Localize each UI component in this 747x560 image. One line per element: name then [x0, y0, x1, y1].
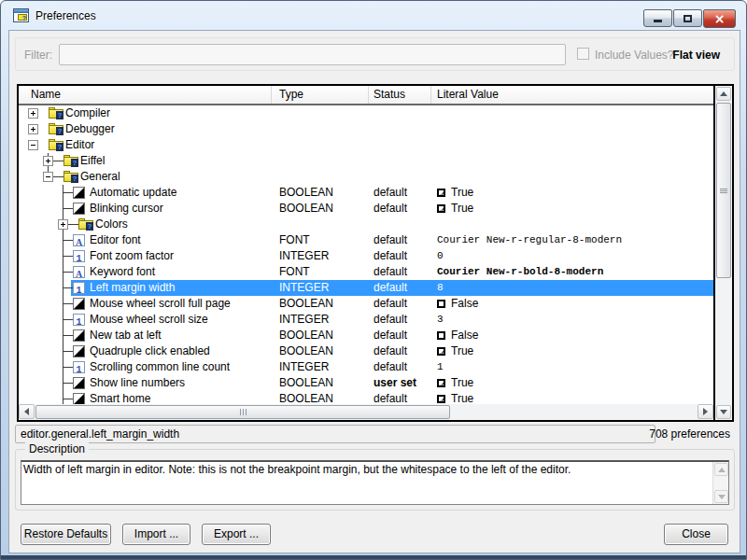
close-button[interactable]: Close	[664, 524, 728, 545]
boolean-icon	[73, 393, 85, 404]
tree-row[interactable]: Blinking cursorBOOLEANdefaultTrue	[19, 201, 713, 217]
checked-checkbox[interactable]	[437, 379, 445, 387]
tree-line	[63, 287, 73, 288]
filter-label: Filter:	[24, 49, 52, 62]
value-label: Courier New-r-bold-8-modern	[437, 264, 603, 280]
tree-row[interactable]: Quadruple click enabledBOOLEANdefaultTru…	[19, 343, 713, 359]
scroll-left-button[interactable]	[19, 404, 35, 419]
tree-row[interactable]: Left margin widthINTEGERdefault8	[19, 280, 713, 296]
preference-type: BOOLEAN	[272, 375, 369, 391]
unchecked-checkbox[interactable]	[437, 300, 445, 308]
checked-checkbox[interactable]	[437, 204, 445, 213]
tree-row[interactable]: ?Editor	[19, 137, 713, 153]
preferences-window: ? Preferences × Filter: Include Values? …	[0, 0, 747, 560]
integer-icon	[73, 361, 85, 373]
column-header-name[interactable]: Name	[19, 86, 272, 104]
tree-row[interactable]: Font zoom factorINTEGERdefault0	[19, 248, 713, 264]
column-header-literal-value[interactable]: Literal Value	[431, 86, 713, 104]
tree-line	[63, 367, 73, 368]
preferences-app-icon: ?	[13, 8, 29, 22]
preference-status: default	[369, 264, 431, 280]
column-header-type[interactable]: Type	[272, 86, 369, 104]
preference-status: default	[369, 359, 431, 375]
include-values-checkbox[interactable]	[577, 48, 589, 60]
unchecked-checkbox[interactable]	[437, 331, 445, 340]
preference-value: Courier New-r-regular-8-modern	[431, 232, 713, 248]
tree-line	[63, 335, 73, 336]
checked-checkbox[interactable]	[437, 189, 445, 197]
preference-status: default	[369, 248, 431, 264]
tree-row[interactable]: Mouse wheel scroll full pageBOOLEANdefau…	[19, 296, 713, 312]
tree-row[interactable]: New tab at leftBOOLEANdefaultFalse	[19, 328, 713, 343]
flat-view-button[interactable]: Flat view	[672, 49, 720, 62]
filter-panel: Filter: Include Values? Flat view	[15, 37, 735, 71]
description-scroll-up-button[interactable]	[714, 463, 728, 476]
scroll-up-button[interactable]	[716, 87, 731, 101]
collapse-button[interactable]	[28, 140, 38, 150]
preference-value: False	[431, 328, 713, 343]
tree-row[interactable]: Keyword fontFONTdefaultCourier New-r-bol…	[19, 264, 713, 280]
collapse-button[interactable]	[43, 172, 53, 182]
tree-row[interactable]: Smart homeBOOLEANdefaultTrue	[19, 391, 713, 404]
preference-name: New tab at left	[90, 328, 162, 343]
import-button[interactable]: Import ...	[122, 524, 190, 545]
title-bar[interactable]: ? Preferences ×	[1, 1, 746, 30]
preference-name: Blinking cursor	[90, 201, 163, 217]
value-label: False	[451, 296, 478, 312]
horizontal-scrollbar-thumb[interactable]	[35, 405, 450, 419]
expand-button[interactable]	[58, 219, 68, 230]
tree-row[interactable]: ?Compiler	[19, 105, 713, 121]
expand-button[interactable]	[28, 108, 38, 119]
preference-type: FONT	[272, 264, 369, 280]
filter-input[interactable]	[59, 44, 566, 65]
tree-line	[63, 208, 73, 209]
description-scroll-down-button[interactable]	[714, 490, 728, 503]
close-window-button[interactable]: ×	[703, 9, 736, 28]
minimize-button[interactable]	[643, 9, 672, 27]
tree-row[interactable]: Automatic updateBOOLEANdefaultTrue	[19, 185, 713, 201]
tree-line	[63, 391, 63, 404]
description-text[interactable]: Width of left margin in editor. Note: th…	[23, 463, 708, 477]
export-button[interactable]: Export ...	[202, 524, 271, 545]
tree-row[interactable]: Show line numbersBOOLEANuser setTrue	[19, 375, 713, 391]
vertical-scrollbar[interactable]	[713, 86, 732, 420]
value-label: 8	[437, 280, 444, 296]
description-scrollbar[interactable]	[712, 462, 728, 504]
boolean-icon	[73, 203, 85, 215]
boolean-icon	[73, 329, 85, 342]
preference-name: Editor	[65, 137, 94, 153]
preference-name: Debugger	[65, 121, 115, 137]
preference-status: default	[369, 232, 431, 248]
checked-checkbox[interactable]	[437, 395, 445, 403]
horizontal-scrollbar[interactable]	[19, 404, 713, 420]
scroll-right-button[interactable]	[698, 404, 713, 419]
tree-line	[63, 272, 73, 273]
expand-button[interactable]	[43, 156, 53, 166]
preference-name: Compiler	[65, 105, 110, 121]
tree-row[interactable]: Editor fontFONTdefaultCourier New-r-regu…	[19, 232, 713, 248]
tree-row[interactable]: Mouse wheel scroll sizeINTEGERdefault3	[19, 312, 713, 328]
tree-line	[68, 224, 78, 225]
tree-line	[63, 383, 73, 384]
folder-icon: ?	[49, 123, 63, 134]
tree-row[interactable]: Scrolling common line countINTEGERdefaul…	[19, 359, 713, 375]
column-header-status[interactable]: Status	[369, 86, 431, 104]
scroll-down-button[interactable]	[716, 405, 731, 419]
preference-status: user set	[369, 375, 431, 391]
tree-row[interactable]: ?General	[19, 169, 713, 185]
preference-name: Scrolling common line count	[90, 359, 230, 375]
preference-status: default	[369, 391, 431, 404]
tree-row[interactable]: ?Debugger	[19, 121, 713, 137]
boolean-icon	[73, 187, 85, 199]
preference-count: 708 preferences	[649, 427, 730, 441]
maximize-button[interactable]	[673, 9, 702, 27]
boolean-icon	[73, 345, 85, 357]
vertical-scrollbar-thumb[interactable]	[716, 103, 731, 278]
tree-row[interactable]: ?Eiffel	[19, 153, 713, 169]
expand-button[interactable]	[28, 124, 38, 134]
checked-checkbox[interactable]	[437, 347, 445, 356]
tree-row[interactable]: ?Colors	[19, 217, 713, 232]
font-icon	[73, 234, 85, 246]
value-label: False	[451, 328, 478, 343]
restore-defaults-button[interactable]: Restore Defaults	[21, 524, 111, 545]
